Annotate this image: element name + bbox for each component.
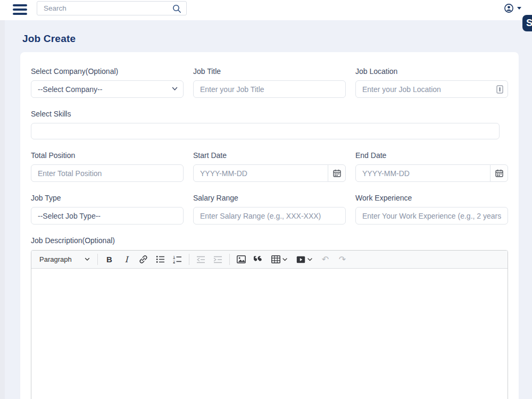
- form-row-2: Total Position Start Date: [31, 151, 508, 182]
- end-date-label: End Date: [355, 151, 508, 160]
- indent-icon: [213, 256, 222, 263]
- search-icon[interactable]: [172, 4, 181, 13]
- outdent-icon: [196, 256, 205, 263]
- calendar-icon: [333, 169, 341, 177]
- job-location-input[interactable]: [355, 80, 508, 98]
- paragraph-dropdown-label: Paragraph: [39, 255, 72, 263]
- form-row-3: Job Type --Select Job Type-- Salary Rang…: [31, 194, 508, 225]
- bold-button[interactable]: B: [102, 252, 117, 267]
- link-icon: [139, 255, 148, 264]
- hamburger-icon[interactable]: [13, 4, 27, 17]
- job-location-label: Job Location: [355, 67, 508, 76]
- field-job-location: Job Location: [355, 67, 508, 98]
- numbered-list-button[interactable]: 1 2: [170, 252, 185, 267]
- editor-toolbar: Paragraph B I: [31, 251, 508, 269]
- select-skills-label: Select Skills: [31, 110, 508, 118]
- salary-range-label: Salary Range: [193, 194, 346, 202]
- indent-button[interactable]: [210, 252, 226, 267]
- end-date-input[interactable]: [355, 164, 491, 182]
- toolbar-separator: [229, 254, 230, 265]
- block-quote-icon: [254, 256, 263, 263]
- paragraph-dropdown[interactable]: Paragraph: [36, 252, 94, 267]
- total-position-input[interactable]: [31, 164, 184, 182]
- location-autofill-icon: [496, 85, 503, 94]
- job-description-editable-area[interactable]: [31, 269, 508, 399]
- page-title: Job Create: [22, 33, 519, 45]
- image-icon: [237, 255, 246, 263]
- job-title-label: Job Title: [193, 67, 346, 76]
- start-date-calendar-button[interactable]: [328, 164, 346, 182]
- field-job-title: Job Title: [193, 67, 346, 98]
- svg-text:1: 1: [173, 255, 176, 259]
- job-title-input[interactable]: [193, 80, 346, 98]
- field-end-date: End Date: [355, 151, 508, 182]
- block-quote-button[interactable]: [251, 252, 266, 267]
- rich-text-editor: Paragraph B I: [31, 250, 508, 399]
- work-experience-label: Work Experience: [355, 194, 508, 202]
- job-type-label: Job Type: [31, 194, 184, 202]
- field-salary-range: Salary Range: [193, 194, 346, 225]
- undo-icon: ↶: [322, 255, 329, 264]
- italic-button[interactable]: I: [119, 252, 134, 267]
- italic-icon: I: [124, 255, 128, 264]
- field-work-experience: Work Experience: [355, 194, 508, 225]
- company-select[interactable]: --Select Company--: [31, 80, 184, 98]
- job-description-label: Job Description(Optional): [31, 236, 508, 245]
- outdent-button[interactable]: [193, 252, 209, 267]
- toolbar-separator: [189, 254, 189, 265]
- undo-button[interactable]: ↶: [318, 252, 333, 267]
- toolbar-separator: [97, 254, 98, 265]
- numbered-list-icon: 1 2: [173, 255, 182, 263]
- main-content: Job Create Select Company(Optional) --Se…: [0, 20, 532, 399]
- job-type-select[interactable]: --Select Job Type--: [31, 207, 184, 225]
- chevron-down-icon: [85, 257, 90, 261]
- redo-button[interactable]: ↷: [335, 252, 350, 267]
- insert-table-button[interactable]: [268, 252, 291, 267]
- insert-image-button[interactable]: [234, 252, 249, 267]
- field-job-description: Job Description(Optional) Paragraph B: [31, 236, 508, 399]
- caret-down-icon: [517, 7, 521, 10]
- skills-input[interactable]: [31, 123, 500, 139]
- chevron-down-icon: [307, 258, 312, 261]
- link-button[interactable]: [136, 252, 151, 267]
- search-box: [37, 1, 187, 15]
- field-start-date: Start Date: [193, 151, 346, 182]
- table-icon: [271, 255, 280, 263]
- salary-range-input[interactable]: [193, 207, 346, 225]
- work-experience-input[interactable]: [355, 207, 508, 225]
- search-input[interactable]: [37, 2, 186, 15]
- user-avatar-icon: [504, 4, 513, 13]
- job-create-card: Select Company(Optional) --Select Compan…: [20, 52, 519, 399]
- topbar-user-menu[interactable]: [504, 1, 521, 13]
- svg-text:2: 2: [173, 260, 176, 263]
- topbar: [0, 0, 532, 20]
- media-embed-icon: [296, 256, 305, 263]
- media-embed-button[interactable]: [293, 252, 316, 267]
- bold-icon: B: [106, 255, 112, 264]
- field-total-position: Total Position: [31, 151, 184, 182]
- calendar-icon: [495, 169, 503, 177]
- start-date-input[interactable]: [193, 164, 328, 182]
- field-select-company: Select Company(Optional) --Select Compan…: [31, 67, 184, 98]
- floating-s-badge[interactable]: S: [522, 15, 532, 31]
- redo-icon: ↷: [339, 255, 346, 264]
- start-date-label: Start Date: [193, 151, 346, 160]
- end-date-calendar-button[interactable]: [490, 164, 508, 182]
- select-company-label: Select Company(Optional): [31, 67, 184, 76]
- total-position-label: Total Position: [31, 151, 184, 160]
- field-job-type: Job Type --Select Job Type--: [31, 194, 184, 225]
- bulleted-list-icon: [156, 255, 165, 263]
- chevron-down-icon: [282, 258, 287, 261]
- form-row-1: Select Company(Optional) --Select Compan…: [31, 67, 508, 98]
- field-select-skills: Select Skills: [31, 110, 508, 139]
- bulleted-list-button[interactable]: [153, 252, 168, 267]
